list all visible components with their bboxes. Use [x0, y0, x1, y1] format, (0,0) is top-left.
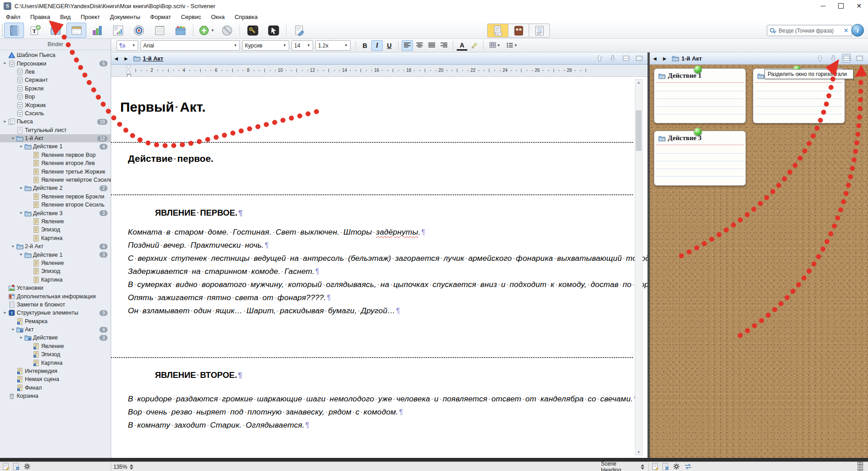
text-color-button[interactable]: A	[456, 40, 468, 51]
binder-item[interactable]: тИнтермедия	[0, 367, 111, 375]
close-button[interactable]: ✕	[850, 0, 868, 12]
binder-item[interactable]: Вор	[0, 93, 111, 101]
binder-item[interactable]: тКартина	[0, 358, 111, 367]
outliner-view-button[interactable]	[529, 24, 549, 37]
font-size-combo[interactable]: 14▼	[291, 40, 313, 51]
list-button[interactable]: ▼	[504, 40, 520, 51]
binder-item[interactable]: Заметки в блокнот	[0, 301, 111, 309]
card-grid-icon[interactable]	[858, 467, 863, 471]
bookmark-doc-icon[interactable]	[13, 463, 19, 471]
binder-item[interactable]: Явление второе Лев	[0, 159, 111, 167]
chevron-down-icon[interactable]	[10, 245, 16, 249]
export-doc-icon[interactable]	[652, 463, 658, 471]
chevron-down-icon[interactable]	[18, 253, 24, 257]
binder-item[interactable]: Пьеса19	[0, 118, 111, 126]
binder-item[interactable]: Явление второе Сесиль	[0, 201, 111, 209]
align-left-button[interactable]	[402, 40, 413, 51]
menu-item[interactable]: Проект	[75, 13, 105, 21]
binder-item[interactable]: Брэкли	[0, 85, 111, 93]
style-stepper[interactable]	[641, 464, 644, 470]
chevron-down-icon[interactable]	[2, 120, 8, 124]
binder-item[interactable]: !Шаблон Пьеса	[0, 51, 111, 59]
menu-item[interactable]: Сервис	[176, 13, 206, 21]
align-center-button[interactable]	[414, 40, 425, 51]
split-up-arrow-icon[interactable]	[816, 54, 825, 63]
chevron-down-icon[interactable]	[10, 328, 16, 332]
binder-item[interactable]: Действие 13	[0, 250, 111, 259]
index-card[interactable]: Действие 1	[654, 68, 746, 123]
binder-item[interactable]: Корзина	[0, 392, 111, 400]
editor-scrollbar[interactable]: ▲ ▼	[635, 79, 643, 455]
document-view-button[interactable]	[488, 24, 508, 37]
chevron-down-icon[interactable]	[18, 211, 24, 215]
binder-item[interactable]: Действие 33	[0, 209, 111, 217]
binder-item[interactable]: Дополнительная информация	[0, 292, 111, 300]
binder-item[interactable]: Жоржик	[0, 101, 111, 109]
editor-text-area[interactable]: Первый·Акт.Действие·первое.ЯВЛЕНИЕ·ПЕРВО…	[111, 77, 647, 458]
chevron-down-icon[interactable]	[2, 311, 8, 315]
toolbar-compose-mode-button[interactable]	[263, 23, 283, 38]
binder-item[interactable]: тАкт4	[0, 325, 111, 334]
menu-item[interactable]: Вид	[55, 13, 76, 21]
bold-button[interactable]: B	[359, 40, 371, 51]
editor-down-arrow-icon[interactable]	[608, 54, 617, 63]
toolbar-edit-document-button[interactable]	[289, 23, 309, 38]
binder-item[interactable]: TСтруктурные элементы9	[0, 309, 111, 317]
italic-button[interactable]: I	[371, 40, 383, 51]
toolbar-layouts-button[interactable]	[66, 23, 86, 38]
search-input[interactable]: Везде (Точная фраза) ✕	[767, 25, 852, 36]
binder-item[interactable]: Картина	[0, 234, 111, 242]
dropdown-arrow-icon[interactable]: ▼	[211, 28, 215, 33]
binder-item[interactable]: 2-й Акт4	[0, 242, 111, 250]
menu-item[interactable]: Формат	[145, 13, 176, 21]
binder-item[interactable]: Действие 22	[0, 184, 111, 192]
underline-button[interactable]: U	[384, 40, 395, 51]
zoom-stepper[interactable]	[130, 464, 133, 470]
toolbar-statistics-button[interactable]	[87, 23, 107, 38]
line-spacing-combo[interactable]: 1.2x▼	[315, 40, 351, 51]
toolbar-add-item-button[interactable]: ▼	[196, 23, 216, 38]
bookmark-doc-icon[interactable]	[662, 463, 669, 471]
chevron-down-icon[interactable]	[18, 336, 24, 340]
split-back-button[interactable]: ◀	[650, 53, 660, 64]
binder-item[interactable]: Явление третье Жоржик	[0, 167, 111, 175]
menu-item[interactable]: Правка	[25, 13, 55, 21]
binder-item[interactable]: тФинал	[0, 384, 111, 392]
split-horizontal-icon[interactable]	[842, 54, 851, 63]
binder-item[interactable]: Установки	[0, 284, 111, 292]
highlight-button[interactable]	[469, 40, 480, 51]
split-title[interactable]: 1-й Акт	[681, 55, 702, 62]
sync-arrows-icon[interactable]	[684, 463, 692, 471]
binder-item[interactable]: 1-й Акт12	[0, 134, 111, 142]
binder-item[interactable]: тЯвление	[0, 342, 111, 350]
minimize-button[interactable]	[814, 0, 832, 12]
binder-item[interactable]: Явление четвёртое Сэсиль	[0, 176, 111, 184]
editor-title[interactable]: 1-й Акт	[143, 55, 163, 62]
font-combo[interactable]: Arial▼	[141, 40, 240, 51]
chevron-down-icon[interactable]	[18, 145, 24, 149]
scrollbar-thumb[interactable]	[636, 110, 642, 151]
menu-item[interactable]: Документы	[105, 13, 145, 21]
chevron-down-icon[interactable]	[2, 61, 8, 66]
menu-item[interactable]: Файл	[1, 13, 25, 21]
binder-item[interactable]: тДействие3	[0, 334, 111, 342]
clear-search-icon[interactable]: ✕	[843, 27, 849, 34]
toolbar-collections-button[interactable]	[170, 23, 190, 38]
split-no-split-icon[interactable]	[855, 54, 864, 63]
indent-marker[interactable]	[126, 66, 131, 69]
toolbar-new-text-button[interactable]: T	[25, 23, 45, 38]
editor-no-split-icon[interactable]	[634, 54, 643, 63]
toolbar-new-folder-button[interactable]	[46, 23, 66, 38]
binder-item[interactable]: Персонажи6	[0, 59, 111, 67]
binder-item[interactable]: тРемарка	[0, 317, 111, 325]
split-down-arrow-icon[interactable]	[829, 54, 838, 63]
maximize-button[interactable]	[832, 0, 850, 12]
chevron-down-icon[interactable]	[10, 137, 16, 141]
align-right-button[interactable]	[438, 40, 450, 51]
binder-item[interactable]: Сэсиль	[0, 109, 111, 118]
toolbar-move-to-trash-button[interactable]	[217, 23, 237, 38]
editor-back-button[interactable]: ◀	[111, 53, 121, 64]
binder-item[interactable]: тНемая сцена	[0, 375, 111, 383]
chevron-down-icon[interactable]	[18, 186, 24, 190]
index-card[interactable]: Действие 3	[654, 131, 746, 186]
